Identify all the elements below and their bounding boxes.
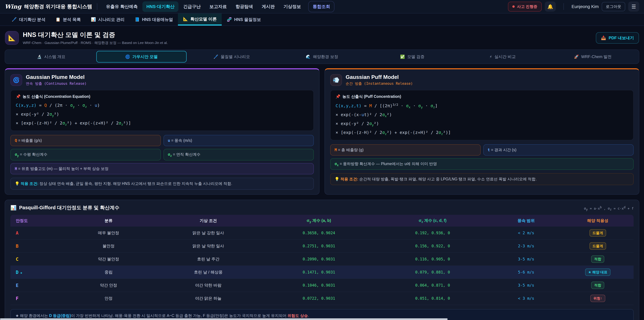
stability-row-D: D★중립흐린 날 / 해상풍0.1471, 0.90310.079, 0.881… xyxy=(10,266,634,279)
section-tab-2[interactable]: 🖊️물질별 시나리오 xyxy=(187,51,277,63)
module-tab-icon: 📘 xyxy=(135,17,140,22)
scrollbar-thumb[interactable] xyxy=(0,318,448,320)
module-tab-label: 분석 목록 xyxy=(63,17,81,22)
section-tab-icon: 🌊 xyxy=(306,55,310,59)
param-H: H = 유효 방출고도 (m) — 물리적 높이 + 부력 상승 보정 xyxy=(10,163,314,174)
grade-cell: A xyxy=(10,230,64,236)
grade-cell: C xyxy=(10,256,64,262)
app-logo[interactable]: Wing 해양환경 위기대응 통합시스템 xyxy=(5,3,92,10)
nav-item-6[interactable]: 기상정보 xyxy=(280,1,305,12)
stability-row-E: E약간 안정야간 약한 바람0.1046, 0.90310.064, 0.871… xyxy=(10,279,634,292)
incident-label: 사고 진행중 xyxy=(517,4,537,9)
puff-card-title: Gaussian Puff Model xyxy=(346,74,413,80)
stability-table: 안정도분류기상 조건σy 계수 (a, b)σz 계수 (c, d, f)풍속 … xyxy=(10,215,634,305)
nav-item-1[interactable]: HNS·대기확산 xyxy=(142,1,178,12)
menu-button[interactable]: ☰ xyxy=(628,2,639,12)
gaussian-plume-card: 🌀 Gaussian Plume Model 연속 방출 (Continuous… xyxy=(5,68,320,195)
param-t: t = 경과 시간 (s) xyxy=(483,144,634,156)
page-title: HNS 대기확산 모델 이론 및 검증 xyxy=(23,31,168,39)
nav-item-5[interactable]: 게시판 xyxy=(258,1,279,12)
param-M: M = 총 배출량 (g) xyxy=(330,144,481,156)
logout-button[interactable]: 로그아웃 xyxy=(602,2,625,11)
section-tab-icon: 🚀 xyxy=(574,55,579,59)
applicability-badge: 위험↑ xyxy=(590,295,605,302)
applicability-badge: 적합 xyxy=(591,281,604,289)
section-tab-label: 물질별 시나리오 xyxy=(221,54,250,59)
sigma-y-cell: 0.2751, 0.9031 xyxy=(263,244,375,248)
equation-line: × exp(-y² / 2σy²) xyxy=(336,120,628,128)
bell-icon: 🔔 xyxy=(548,4,553,10)
nav-item-4[interactable]: 항공탐색 xyxy=(232,1,257,12)
section-tab-4[interactable]: ✅모델 검증 xyxy=(367,51,457,63)
nav-item-3[interactable]: 보고자료 xyxy=(205,1,231,12)
equation-line: C(x,y,z,t) = M / [(2π)3/2 · σx · σy · σz… xyxy=(336,101,628,111)
wind-range-cell: 3-5 m/s xyxy=(490,257,562,261)
applicability-cell: 적합 xyxy=(562,255,634,263)
section-tab-3[interactable]: 🌊해양환경 보정 xyxy=(277,51,367,63)
wind-range-cell: 3-5 m/s xyxy=(490,283,562,287)
section-tab-1[interactable]: 🌀가우시안 모델 xyxy=(96,51,186,63)
pdf-export-button[interactable]: 📥 PDF 내보내기 xyxy=(596,32,639,44)
section-tab-5[interactable]: ⚡실시간 비교 xyxy=(457,51,548,63)
section-tab-0[interactable]: 🔬시스템 개요 xyxy=(6,51,96,63)
section-tabs: 🔬시스템 개요🌀가우시안 모델🖊️물질별 시나리오🌊해양환경 보정✅모델 검증⚡… xyxy=(5,50,639,64)
notification-button[interactable]: 🔔 xyxy=(545,2,556,12)
equation-line: × exp(-y² / 2σy²) xyxy=(16,110,308,119)
wind-range-cell: 2-3 m/s xyxy=(490,244,562,248)
section-tab-6[interactable]: 🚀WRF-Chem 발전 xyxy=(548,51,638,63)
triangle-ruler-icon: 📐 xyxy=(5,31,19,45)
column-header-4: σz 계수 (c, d, f) xyxy=(375,218,490,224)
column-header-0: 안정도 xyxy=(10,218,64,223)
param-Q: Q = 배출률 (g/s) xyxy=(10,135,161,146)
download-icon: 📥 xyxy=(601,36,606,40)
plume-condition: 💡 적용 조건: 정상 상태 연속 배출, 균일 풍속, 평탄 지형. 해양 H… xyxy=(10,178,314,190)
plume-card-subtitle: 연속 방출 (Continuous Release) xyxy=(26,81,86,86)
topbar: Wing 해양환경 위기대응 통합시스템 유출유 확산예측HNS·대기확산긴급구… xyxy=(0,0,644,14)
applicability-cell: 위험↑ xyxy=(562,295,634,302)
equation-line: × [exp(-(z-H)² / 2σz²) + exp(-(z+H)² / 2… xyxy=(16,119,308,128)
stability-table-card: 📊 Pasquill-Gifford 대기안정도 분류 및 확산계수 σy = … xyxy=(5,200,639,320)
grade-cell: E xyxy=(10,283,64,288)
sigma-z-cell: 0.051, 0.814, 0 xyxy=(375,296,490,300)
module-tab-5[interactable]: 🧬HNS 물질정보 xyxy=(222,14,266,26)
model-cards-row: 🌀 Gaussian Plume Model 연속 방출 (Continuous… xyxy=(5,68,639,195)
incident-status-badge[interactable]: 사고 진행중 xyxy=(508,2,542,12)
stability-row-C: C약간 불안정흐린 날 주간0.2090, 0.90310.116, 0.905… xyxy=(10,253,634,266)
stability-table-header: 📊 Pasquill-Gifford 대기안정도 분류 및 확산계수 σy = … xyxy=(10,204,634,211)
module-tab-2[interactable]: 📊시나리오 관리 xyxy=(86,14,130,26)
grade-cell: F xyxy=(10,296,64,301)
bulb-icon: 💡 xyxy=(334,177,340,181)
incident-dot-icon xyxy=(512,5,515,8)
section-tab-label: 시스템 개요 xyxy=(44,54,66,59)
stability-table-body: A매우 불안정맑은 날 강한 일사0.3658, 0.90240.192, 0.… xyxy=(10,226,634,305)
module-tab-4[interactable]: 📐확산모델 이론 xyxy=(178,14,222,26)
equation-line: × [exp(-(z-H)² / 2σz²) + exp(-(z+H)² / 2… xyxy=(336,128,628,137)
sigma-z-cell: 0.156, 0.922, 0 xyxy=(375,244,490,248)
column-header-6: 해양 적용성 xyxy=(562,218,634,223)
module-tab-0[interactable]: 🖊️대기확산 분석 xyxy=(7,14,50,26)
horizontal-scrollbar xyxy=(0,318,644,320)
pin-icon: 📌 xyxy=(336,94,340,99)
module-tab-1[interactable]: 📋분석 목록 xyxy=(50,14,86,26)
stability-row-B: B불안정맑은 날 약한 일사0.2751, 0.90310.156, 0.922… xyxy=(10,240,634,253)
nav-item-0[interactable]: 유출유 확산예측 xyxy=(102,1,142,12)
stability-row-A: A매우 불안정맑은 날 강한 일사0.3658, 0.90240.192, 0.… xyxy=(10,226,634,240)
nav-item-2[interactable]: 긴급구난 xyxy=(179,1,204,12)
module-tab-3[interactable]: 📘HNS 대응매뉴얼 xyxy=(130,14,178,26)
param-sigmaz: σz = 연직 확산계수 xyxy=(164,149,314,160)
stability-row-F: F안정야간 맑은 하늘0.0722, 0.90310.051, 0.814, 0… xyxy=(10,292,634,305)
puff-equation-box: 📌 농도 산출식 (Puff Concentration) C(x,y,z,t)… xyxy=(330,90,634,140)
puff-equation-title: 📌 농도 산출식 (Puff Concentration) xyxy=(336,94,628,99)
nav-item-7[interactable]: 통합조회 xyxy=(308,1,334,12)
applicability-badge: ★ 해양 대표 xyxy=(585,268,610,276)
sigma-y-cell: 0.3658, 0.9024 xyxy=(263,231,375,235)
sigma-formula: σy = a·xb , σz = c·xd + f xyxy=(584,205,634,211)
weather-cell: 맑은 날 약한 일사 xyxy=(154,243,263,249)
weather-cell: 흐린 날 / 해상풍 xyxy=(154,269,263,275)
puff-params: M = 총 배출량 (g)t = 경과 시간 (s)σx = 풍하방향 확산계수… xyxy=(330,144,634,170)
plume-card-header: 🌀 Gaussian Plume Model 연속 방출 (Continuous… xyxy=(10,74,314,86)
bar-chart-icon: 📊 xyxy=(10,205,16,211)
topbar-divider xyxy=(564,3,564,10)
module-tab-label: 확산모델 이론 xyxy=(190,16,217,22)
weather-cell: 맑은 날 강한 일사 xyxy=(154,230,263,236)
